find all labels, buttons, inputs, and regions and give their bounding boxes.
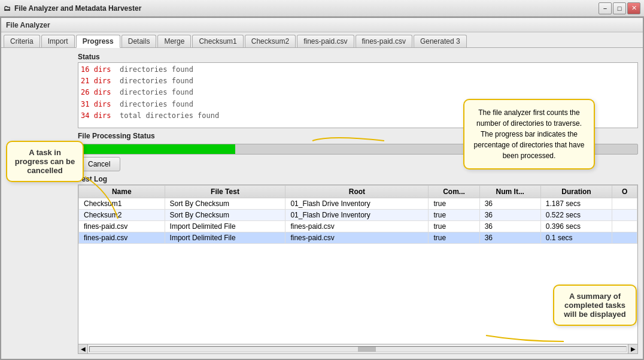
table-row[interactable]: fines-paid.csv Import Delimited File fin…: [79, 232, 637, 244]
col-other: O: [612, 186, 637, 198]
cell-completed: true: [429, 210, 479, 221]
panel-header: File Analyzer: [1, 18, 643, 32]
cell-other: [612, 232, 637, 244]
cell-num-items: 36: [479, 232, 540, 244]
cell-name: Checksum1: [79, 198, 165, 210]
col-name: Name: [79, 186, 165, 198]
table-row[interactable]: Checksum2 Sort By Checksum 01_Flash Driv…: [79, 210, 637, 221]
app-title: File Analyzer and Metadata Harvester: [14, 4, 141, 13]
cell-name: fines-paid.csv: [79, 221, 165, 232]
cell-num-items: 36: [479, 210, 540, 221]
title-bar-left: 🗂 File Analyzer and Metadata Harvester: [4, 4, 141, 13]
close-button[interactable]: ✕: [627, 2, 640, 14]
tab-generated[interactable]: Generated 3: [414, 35, 467, 47]
tab-fines2[interactable]: fines-paid.csv: [356, 35, 412, 47]
tab-progress[interactable]: Progress: [76, 35, 120, 48]
status-line-3: 26 dirs directories found: [81, 87, 635, 98]
test-log-table: Name File Test Root Com... Num It... Dur…: [78, 185, 637, 244]
cell-completed: true: [429, 221, 479, 232]
tab-checksum1[interactable]: Checksum1: [192, 35, 243, 47]
tab-details[interactable]: Details: [121, 35, 157, 47]
table-row[interactable]: Checksum1 Sort By Checksum 01_Flash Driv…: [79, 198, 637, 210]
title-bar-controls: − □ ✕: [599, 2, 640, 14]
cell-file-test: Sort By Checksum: [165, 210, 285, 221]
cell-file-test: Import Delimited File: [165, 221, 285, 232]
status-line-2: 21 dirs directories found: [81, 75, 635, 87]
tab-checksum2[interactable]: Checksum2: [245, 35, 296, 47]
tab-criteria[interactable]: Criteria: [4, 35, 40, 47]
cell-duration: 1.187 secs: [540, 198, 612, 210]
col-duration: Duration: [540, 186, 612, 198]
main-window: File Analyzer Criteria Import Progress D…: [0, 17, 644, 360]
cell-completed: true: [429, 198, 479, 210]
app-icon: 🗂: [4, 4, 11, 13]
cell-root: fines-paid.csv: [285, 221, 429, 232]
status-label: Status: [78, 53, 638, 61]
cancel-button[interactable]: Cancel: [78, 157, 120, 171]
test-log-section: Test Log Name File Test Root Com... Num …: [78, 175, 638, 354]
progress-bar-fill: [78, 144, 235, 154]
tab-fines1[interactable]: fines-paid.csv: [297, 35, 354, 47]
maximize-button[interactable]: □: [613, 2, 626, 14]
cell-duration: 0.1 secs: [540, 232, 612, 244]
scroll-left-btn[interactable]: ◀: [78, 344, 88, 353]
cancel-callout: A task in progress can be cancelled: [6, 141, 84, 182]
content-area: A task in progress can be cancelled The …: [1, 48, 643, 359]
cell-num-items: 36: [479, 221, 540, 232]
cell-file-test: Sort By Checksum: [165, 198, 285, 210]
scroll-right-btn[interactable]: ▶: [628, 344, 637, 353]
summary-callout: A summary of completed tasks will be dis…: [553, 285, 637, 326]
bottom-scrollbar[interactable]: ◀ ▶: [78, 344, 638, 354]
analyzer-callout: The file analyzer first counts the numbe…: [463, 99, 595, 170]
cell-other: [612, 210, 637, 221]
scrollbar-thumb: [358, 347, 376, 352]
table-row[interactable]: fines-paid.csv Import Delimited File fin…: [79, 221, 637, 232]
title-bar: 🗂 File Analyzer and Metadata Harvester −…: [0, 0, 644, 17]
status-line-1: 16 dirs directories found: [81, 64, 635, 75]
panel-title: File Analyzer: [6, 21, 50, 29]
cell-duration: 0.522 secs: [540, 210, 612, 221]
tab-merge[interactable]: Merge: [157, 35, 191, 47]
col-num-items: Num It...: [479, 186, 540, 198]
cell-root: 01_Flash Drive Inventory: [285, 198, 429, 210]
test-log-label: Test Log: [78, 175, 638, 183]
cell-name: fines-paid.csv: [79, 232, 165, 244]
cell-root: fines-paid.csv: [285, 232, 429, 244]
cell-completed: true: [429, 232, 479, 244]
scrollbar-track: [89, 346, 627, 352]
cell-root: 01_Flash Drive Inventory: [285, 210, 429, 221]
cell-other: [612, 198, 637, 210]
tab-import[interactable]: Import: [41, 35, 75, 47]
cell-other: [612, 221, 637, 232]
col-file-test: File Test: [165, 186, 285, 198]
cell-duration: 0.396 secs: [540, 221, 612, 232]
tabs-bar: Criteria Import Progress Details Merge C…: [1, 32, 643, 48]
cell-name: Checksum2: [79, 210, 165, 221]
col-root: Root: [285, 186, 429, 198]
cell-num-items: 36: [479, 198, 540, 210]
cell-file-test: Import Delimited File: [165, 232, 285, 244]
col-completed: Com...: [429, 186, 479, 198]
minimize-button[interactable]: −: [599, 2, 612, 14]
